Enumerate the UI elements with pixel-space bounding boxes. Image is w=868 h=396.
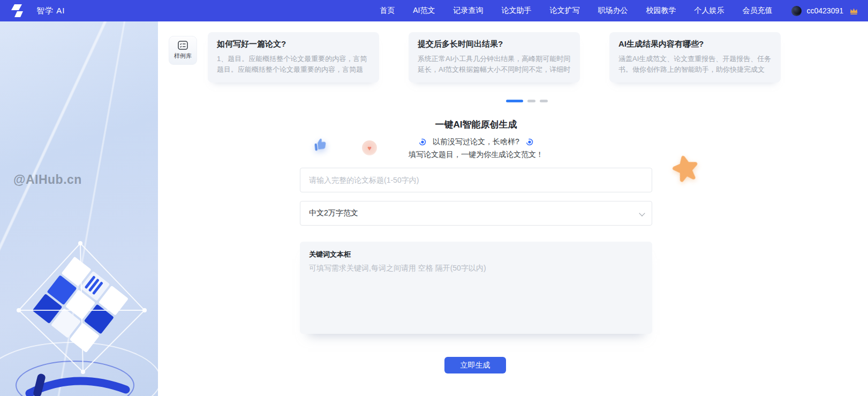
keywords-label: 关键词文本柜 — [309, 250, 643, 259]
faq-card-turnaround-time: 提交后多长时间出结果? 系统正常AI小工具几分钟出结果，高峰期可能时间延长，AI… — [409, 32, 580, 83]
nav-item-paper-assistant[interactable]: 论文助手 — [501, 6, 531, 16]
keywords-input[interactable] — [309, 264, 643, 327]
logo-icon — [10, 4, 26, 18]
nav-item-paper-expand[interactable]: 论文扩写 — [549, 6, 579, 16]
main-content: 样例库 如何写好一篇论文? 1、题目。应能概括整个论文最重要的内容，言简题目。应… — [158, 21, 868, 396]
carousel-dot-2[interactable] — [527, 100, 535, 102]
hero-subtitle-row: 以前没写过论文，长啥样? — [300, 137, 652, 147]
faq-card-body: 1、题目。应能概括整个论文最重要的内容，言简题目。应能概括整个论文最重要的内容，… — [217, 54, 370, 75]
chevron-down-icon — [639, 210, 645, 216]
page-title: 一键AI智能原创生成 — [300, 118, 652, 131]
sample-library-button[interactable]: 样例库 — [169, 36, 197, 65]
paper-type-selected-value: 中文2万字范文 — [309, 208, 358, 218]
brand-logo[interactable]: 智学 AI — [10, 4, 65, 18]
user-block: cc0423091 — [791, 6, 858, 16]
watermark: @AIHub.cn — [13, 173, 82, 187]
nav-item-entertainment[interactable]: 个人娱乐 — [694, 6, 724, 16]
faq-card-how-to-write: 如何写好一篇论文? 1、题目。应能概括整个论文最重要的内容，言简题目。应能概括整… — [208, 32, 379, 83]
paper-type-select[interactable]: 中文2万字范文 — [300, 201, 652, 226]
keywords-panel: 关键词文本柜 — [300, 242, 652, 334]
star-icon — [670, 153, 701, 184]
carousel-dot-3[interactable] — [540, 100, 548, 102]
nav-item-office[interactable]: 职场办公 — [598, 6, 628, 16]
generate-button[interactable]: 立即生成 — [444, 357, 506, 373]
faq-card-body: 涵盖AI生成范文、论文查重报告、开题报告、任务书。做你创作路上的智能助手，助你快… — [618, 54, 772, 75]
nav-item-home[interactable]: 首页 — [380, 6, 395, 16]
main-nav: 首页 AI范文 记录查询 论文助手 论文扩写 职场办公 校园教学 个人娱乐 会员… — [380, 6, 772, 16]
paper-title-input[interactable] — [300, 168, 652, 192]
faq-card-title: AI生成结果内容有哪些? — [618, 39, 772, 49]
hero-subtitle-2: 填写论文题目，一键为你生成论文范文！ — [300, 150, 652, 160]
page-layout: @AIHub.cn — [0, 21, 868, 396]
decorative-sidebar: @AIHub.cn — [0, 21, 158, 396]
avatar[interactable] — [791, 6, 802, 16]
top-navbar: 智学 AI 首页 AI范文 记录查询 论文助手 论文扩写 职场办公 校园教学 个… — [0, 0, 868, 21]
nav-item-campus[interactable]: 校园教学 — [646, 6, 676, 16]
hero-subtitle-1: 以前没写过论文，长啥样? — [433, 137, 519, 147]
brand-name: 智学 AI — [36, 6, 65, 16]
nav-item-records[interactable]: 记录查询 — [453, 6, 483, 16]
focus-dot-icon — [526, 138, 533, 146]
carousel-indicators — [506, 100, 548, 102]
faq-card-body: 系统正常AI小工具几分钟出结果，高峰期可能时间延长，AI范文根据篇幅大小不同时间… — [418, 54, 571, 75]
focus-dot-icon — [419, 138, 426, 146]
cubes-illustration — [0, 219, 158, 396]
faq-card-title: 如何写好一篇论文? — [217, 39, 370, 49]
hero-section: 一键AI智能原创生成 以前没写过论文，长啥样? 填写论文题目，一键为你生成论文范… — [300, 118, 652, 160]
nav-item-ai-sample[interactable]: AI范文 — [413, 6, 435, 16]
sample-library-label: 样例库 — [174, 52, 192, 60]
username[interactable]: cc0423091 — [806, 6, 843, 15]
list-icon — [178, 41, 188, 50]
faq-card-result-contents: AI生成结果内容有哪些? 涵盖AI生成范文、论文查重报告、开题报告、任务书。做你… — [609, 32, 781, 83]
faq-cards-row: 如何写好一篇论文? 1、题目。应能概括整个论文最重要的内容，言简题目。应能概括整… — [208, 32, 781, 83]
nav-item-membership[interactable]: 会员充值 — [742, 6, 772, 16]
crown-icon — [849, 7, 858, 15]
carousel-dot-1[interactable] — [506, 100, 523, 102]
faq-card-title: 提交后多长时间出结果? — [418, 39, 571, 49]
